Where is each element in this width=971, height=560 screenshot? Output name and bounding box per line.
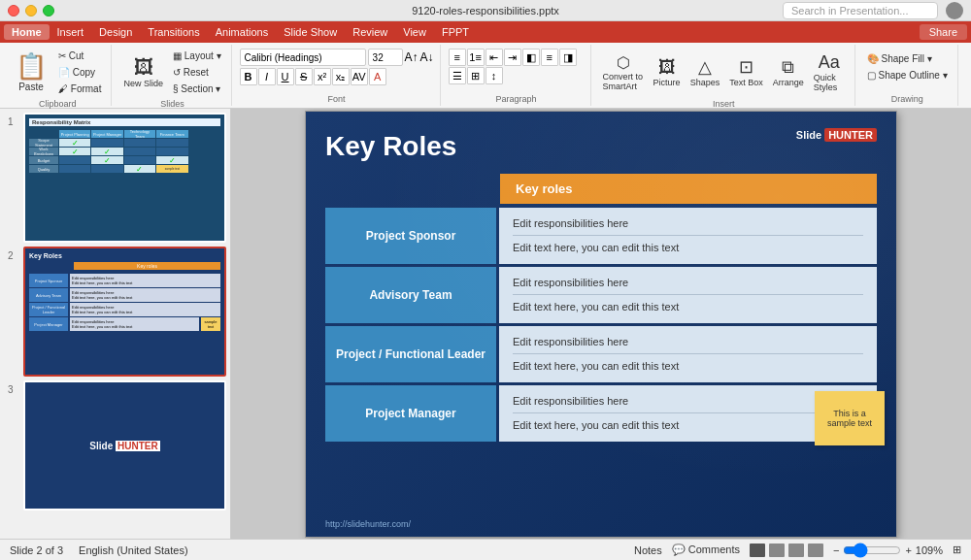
zoom-in-icon[interactable]: + [905,544,911,556]
list-bullet-button[interactable]: ≡ [449,49,466,66]
superscript-button[interactable]: x² [314,68,331,85]
shapes-button[interactable]: △ Shapes [686,47,724,97]
roles-row-3: Project / Functional Leader Edit respons… [325,326,877,382]
view-icons [750,544,823,557]
shape-outline-button[interactable]: ▢ Shape Outline ▾ [863,67,952,82]
reset-button[interactable]: ↺ Reset [169,64,225,80]
arrange-icon: ⧉ [782,57,794,78]
decrease-font-icon[interactable]: A↓ [420,50,434,64]
thumb2-text-2: Edit responsibilities here Edit text her… [70,288,220,302]
paragraph-label: Paragraph [496,92,537,104]
role-text-2a: Edit responsibilities here [513,275,863,291]
comments-button[interactable]: 💬 Comments [672,544,740,556]
close-button[interactable] [8,5,19,16]
paste-button[interactable]: 📋 Paste [10,47,52,97]
canvas-area: Key Roles Slide HUNTER Key roles Project… [231,109,971,539]
arrange-button[interactable]: ⧉ Arrange [769,47,808,97]
fit-slide-icon[interactable]: ⊞ [953,544,961,556]
font-color-button[interactable]: A [369,68,386,85]
paragraph-group: ≡ 1≡ ⇤ ⇥ ◧ ≡ ◨ ☰ ⊞ ↕ Paragraph [443,45,591,106]
traffic-lights [8,5,54,16]
role-content-3: Edit responsibilities here Edit text her… [499,326,877,382]
menu-slideshow[interactable]: Slide Show [276,24,345,40]
align-left-button[interactable]: ◧ [522,49,540,66]
layout-button[interactable]: ▦ Layout ▾ [169,48,225,63]
columns-button[interactable]: ⊞ [467,67,485,84]
search-input[interactable]: Search in Presentation... [783,2,938,19]
slideshow-icon[interactable] [808,544,823,557]
slide-title: Key Roles [325,131,877,162]
thumb2-text-3: Edit responsibilities here Edit text her… [70,303,220,316]
notes-button[interactable]: Notes [634,544,662,556]
roles-header: Key roles [500,174,877,204]
paragraph-buttons: ≡ 1≡ ⇤ ⇥ ◧ ≡ ◨ ☰ ⊞ ↕ [449,47,585,84]
thumb2-sticky: sample text [201,317,220,331]
section-button[interactable]: § Section ▾ [169,81,225,96]
strikethrough-button[interactable]: S [295,68,313,85]
zoom-out-icon[interactable]: − [833,544,839,556]
subscript-button[interactable]: x₂ [332,68,350,85]
quick-styles-button[interactable]: Aa Quick Styles [810,47,849,97]
thumb2-row-4: Project Manager Edit responsibilities he… [29,317,220,331]
title-bar-right: Search in Presentation... [783,2,963,19]
font-name-input[interactable] [240,49,366,66]
thumb2-row-3: Project / Functional Leader Edit respons… [29,303,220,316]
shape-fill-button[interactable]: 🎨 Shape Fill ▾ [863,50,952,66]
bold-button[interactable]: B [240,68,257,85]
indent-decrease-button[interactable]: ⇤ [486,49,503,66]
format-button[interactable]: 🖌 Format [54,81,105,96]
textbox-button[interactable]: ⊡ Text Box [725,47,767,97]
slide-thumb-2[interactable]: 2 Key Roles Key roles Project Sponsor Ed… [23,247,226,377]
maximize-button[interactable] [43,5,54,16]
menu-review[interactable]: Review [345,24,395,40]
role-text-3a: Edit responsibilities here [513,334,863,350]
slide-thumb-3[interactable]: 3 Slide HUNTER [23,380,226,511]
zoom-slider[interactable] [843,543,901,558]
cut-button[interactable]: ✂ Cut [54,48,105,63]
menu-design[interactable]: Design [91,24,140,40]
menu-transitions[interactable]: Transitions [140,24,207,40]
menu-insert[interactable]: Insert [50,24,92,40]
reading-view-icon[interactable] [788,544,804,557]
indent-increase-button[interactable]: ⇥ [504,49,521,66]
increase-font-icon[interactable]: A↑ [405,50,419,64]
align-center-button[interactable]: ≡ [541,49,558,66]
language-info: English (United States) [79,544,188,556]
textbox-icon: ⊡ [739,56,753,78]
normal-view-icon[interactable] [750,544,765,557]
font-group: A↑ A↓ B I U S x² x₂ AV A Font [234,45,441,106]
copy-button[interactable]: 📄 Copy [54,64,105,80]
slide-sorter-icon[interactable] [769,544,785,557]
role-divider-1 [513,235,863,236]
font-spacing-button[interactable]: AV [351,68,368,85]
picture-button[interactable]: 🖼 Picture [650,47,685,97]
user-avatar[interactable] [946,2,963,19]
slides-group: 🖼 New Slide ▦ Layout ▾ ↺ Reset § Section… [114,45,231,106]
menu-view[interactable]: View [395,24,434,40]
menu-home[interactable]: Home [4,24,50,40]
thumb1-title: Responsibility Matrix [29,118,220,126]
picture-icon: 🖼 [658,57,676,78]
list-number-button[interactable]: 1≡ [467,49,485,66]
role-text-2b: Edit text here, you can edit this text [513,299,863,315]
main-slide[interactable]: Key Roles Slide HUNTER Key roles Project… [305,111,897,538]
justify-button[interactable]: ☰ [449,67,466,84]
status-bar-right: Notes 💬 Comments − + 109% ⊞ [634,543,961,558]
menu-right: Share [920,24,967,40]
underline-button[interactable]: U [277,68,294,85]
menu-fppt[interactable]: FPPT [434,24,477,40]
align-right-button[interactable]: ◨ [559,49,577,66]
styles-label: Quick Styles [814,73,845,92]
slide-thumb-1[interactable]: 1 Responsibility Matrix Project Planning… [23,113,226,243]
convert-smartart-button[interactable]: ⬡ Convert to SmartArt [599,47,648,97]
menu-animations[interactable]: Animations [208,24,276,40]
smartart-icon: ⬡ [617,53,630,72]
line-spacing-button[interactable]: ↕ [486,67,503,84]
new-slide-button[interactable]: 🖼 New Slide [119,47,167,97]
minimize-button[interactable] [25,5,37,16]
share-button[interactable]: Share [920,24,967,40]
italic-button[interactable]: I [258,68,276,85]
roles-row-4: Project Manager Edit responsibilities he… [325,385,877,442]
font-size-input[interactable] [368,49,403,66]
slide-thumb-inner-1: Responsibility Matrix Project Planning P… [25,115,224,241]
